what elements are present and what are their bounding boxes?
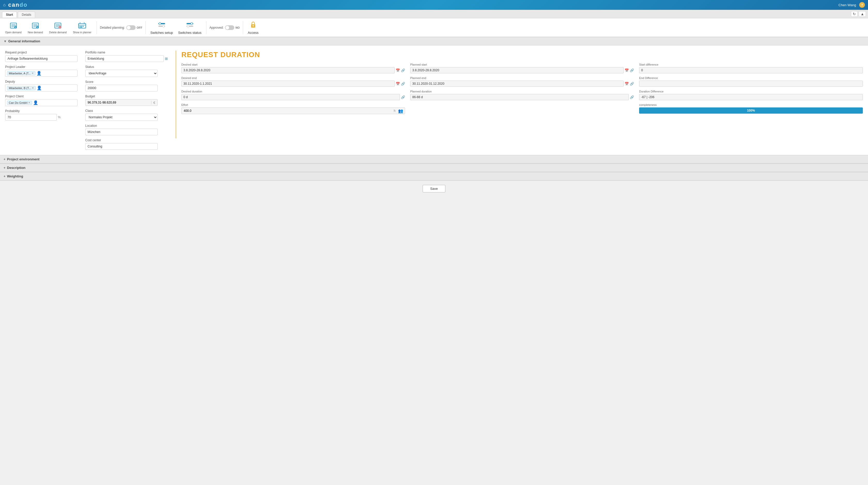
save-button[interactable]: Save (423, 185, 445, 192)
completeness-label: completeness (639, 103, 863, 106)
status-select[interactable]: Idee/Anfrage In Planung Aktiv Abgeschlos… (85, 70, 158, 77)
planned-end-calendar-icon[interactable]: 📅 (625, 82, 629, 86)
deputy-remove-button[interactable]: ✕ (32, 87, 34, 89)
project-client-input[interactable]: Can Do GmbH ✕ 👤 (5, 99, 78, 106)
home-icon[interactable]: ⌂ (3, 3, 6, 7)
score-input[interactable] (85, 85, 158, 91)
planned-duration-input[interactable] (410, 94, 629, 100)
desired-start-input[interactable] (181, 67, 395, 73)
desired-end-input[interactable] (181, 80, 395, 87)
show-in-planner-button[interactable]: Show in planner (71, 20, 94, 35)
duration-difference-input[interactable] (639, 94, 863, 100)
project-client-label: Project Client (5, 95, 78, 98)
desired-start-link-icon[interactable]: 🔗 (401, 68, 405, 72)
class-select[interactable]: Normales Projekt Strategisches Projekt P… (85, 114, 158, 121)
detailed-planning-state: OFF (137, 26, 142, 29)
desired-start-calendar-icon[interactable]: 📅 (396, 68, 400, 72)
detailed-planning-track[interactable] (126, 25, 135, 30)
portfolio-link-icon[interactable]: ⊞ (165, 57, 168, 61)
request-project-input[interactable] (5, 55, 78, 62)
location-input[interactable] (85, 129, 158, 135)
main-content: ▼ General information Request project Pr… (0, 37, 868, 181)
probability-input[interactable] (5, 114, 57, 121)
deputy-input[interactable]: Mitarbeiter, B (T... ✕ 👤 (5, 85, 78, 91)
end-difference-wrap (639, 80, 863, 87)
new-demand-button[interactable]: New demand (26, 20, 45, 35)
svg-point-37 (187, 25, 189, 27)
cost-center-group: Cost center (85, 138, 158, 150)
project-environment-section-header[interactable]: + Project environment (0, 155, 868, 163)
approved-track[interactable] (225, 25, 234, 30)
header-right: Chen Wang ? (839, 2, 865, 8)
svg-rect-29 (81, 27, 82, 28)
new-demand-label: New demand (28, 31, 43, 34)
header-left: ⌂ cando (3, 2, 27, 8)
expand-button[interactable]: ▲ (859, 11, 866, 17)
planned-start-link-icon[interactable]: 🔗 (630, 68, 634, 72)
start-difference-input[interactable] (639, 67, 863, 73)
effort-input[interactable] (182, 108, 393, 114)
svg-rect-28 (80, 27, 81, 28)
portfolio-name-wrap: ⊞ (85, 55, 168, 62)
effort-people-icon: 👥 (397, 108, 405, 114)
refresh-button[interactable]: ↻ (851, 11, 858, 17)
switches-setup-button[interactable]: Switches setup (149, 20, 175, 36)
budget-input[interactable] (86, 99, 151, 106)
project-leader-remove-button[interactable]: ✕ (32, 72, 34, 75)
desired-duration-input[interactable] (181, 94, 400, 100)
tab-details[interactable]: Details (18, 12, 35, 18)
desired-duration-label: Desired duration (181, 90, 405, 93)
deputy-group: Deputy Mitarbeiter, B (T... ✕ 👤 (5, 80, 78, 91)
desired-end-calendar-icon[interactable]: 📅 (396, 82, 400, 86)
approved-toggle[interactable]: NO (225, 25, 240, 30)
approved-state: NO (235, 26, 240, 29)
show-in-planner-icon (78, 21, 87, 30)
delete-demand-button[interactable]: Delete demand (47, 20, 69, 35)
end-difference-input[interactable] (639, 80, 863, 87)
class-label: Class (85, 109, 168, 112)
planned-duration-wrap: 🔗 (410, 94, 634, 100)
planned-end-input[interactable] (410, 80, 624, 87)
description-section-header[interactable]: + Description (0, 163, 868, 172)
cost-center-input[interactable] (85, 143, 158, 150)
planned-start-calendar-icon[interactable]: 📅 (625, 68, 629, 72)
detailed-planning-label: Detailed planning: (100, 26, 125, 29)
general-information-section-header[interactable]: ▼ General information (0, 37, 868, 45)
planned-duration-link-icon[interactable]: 🔗 (630, 95, 634, 99)
svg-rect-27 (83, 26, 84, 27)
planned-start-input[interactable] (410, 67, 624, 73)
help-button[interactable]: ? (859, 2, 865, 8)
start-difference-label: Start difference (639, 63, 863, 66)
desired-duration-link-icon[interactable]: 🔗 (401, 95, 405, 99)
probability-wrap: % (5, 114, 78, 121)
desired-end-link-icon[interactable]: 🔗 (401, 82, 405, 86)
save-bar: Save (0, 181, 868, 197)
score-group: Score (85, 80, 168, 91)
detailed-planning-toggle[interactable]: OFF (126, 25, 142, 30)
open-demand-label: Open demand (5, 31, 22, 34)
switches-status-button[interactable]: Switches status (177, 20, 203, 36)
project-client-person-icon: 👤 (33, 100, 38, 105)
app-header: ⌂ cando Chen Wang ? (0, 0, 868, 10)
location-group: Location (85, 124, 168, 135)
tab-start[interactable]: Start (2, 12, 17, 18)
status-label: Status (85, 65, 168, 69)
planned-start-group: Planned start 📅 🔗 (410, 63, 634, 73)
new-demand-icon (31, 21, 40, 30)
budget-unit: € (151, 101, 157, 105)
planned-duration-label: Planned duration (410, 90, 634, 93)
project-client-remove-button[interactable]: ✕ (28, 101, 30, 104)
general-information-toggle-icon: ▼ (4, 39, 7, 43)
score-label: Score (85, 80, 168, 84)
open-demand-button[interactable]: Open demand (3, 20, 24, 35)
svg-point-31 (159, 23, 161, 25)
planned-start-label: Planned start (410, 63, 634, 66)
empty-cell (410, 103, 634, 114)
portfolio-name-input[interactable] (85, 55, 164, 62)
weighting-section-header[interactable]: + Weighting (0, 172, 868, 181)
switches-status-icon (185, 21, 194, 30)
effort-unit: h (393, 109, 397, 112)
access-button[interactable]: Access (246, 20, 260, 36)
planned-end-link-icon[interactable]: 🔗 (630, 82, 634, 86)
project-leader-input[interactable]: Mitarbeiter, A (T... ✕ 👤 (5, 70, 78, 77)
